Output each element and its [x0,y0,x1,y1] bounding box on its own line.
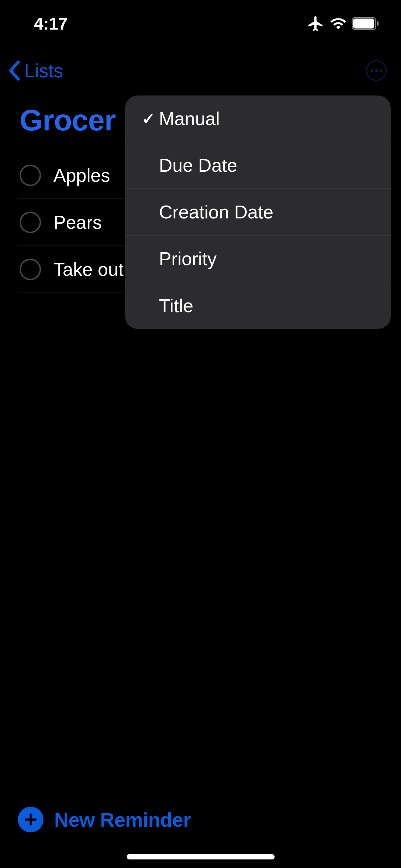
completion-circle[interactable] [20,212,41,233]
sort-option-label: Title [159,295,193,316]
checkmark-icon: ✓ [138,110,159,128]
svg-rect-1 [353,19,374,29]
chevron-left-icon [7,61,21,81]
wifi-icon [330,15,347,32]
bottom-toolbar: New Reminder [0,807,401,832]
sort-option-creation-date[interactable]: Creation Date [125,189,391,236]
airplane-mode-icon [307,15,325,32]
plus-icon [24,813,37,826]
nav-bar: Lists [0,47,401,94]
sort-menu-popup: ✓ Manual Due Date Creation Date Priority… [125,95,391,329]
sort-option-label: Due Date [159,155,237,176]
back-button[interactable]: Lists [7,60,63,82]
sort-option-priority[interactable]: Priority [125,236,391,282]
ellipsis-icon [371,69,382,72]
completion-circle[interactable] [20,165,41,186]
battery-icon [352,17,380,30]
sort-option-due-date[interactable]: Due Date [125,142,391,189]
sort-option-label: Creation Date [159,201,273,223]
status-icons [307,15,380,32]
reminder-text[interactable]: Apples [53,165,110,186]
completion-circle[interactable] [20,259,41,280]
sort-option-title[interactable]: Title [125,282,391,329]
svg-rect-2 [377,21,379,26]
status-bar: 4:17 [0,0,401,47]
reminder-text[interactable]: Take out [53,259,124,280]
home-indicator[interactable] [127,854,274,859]
reminder-text[interactable]: Pears [53,212,102,233]
new-reminder-button[interactable] [18,807,43,832]
back-label: Lists [24,60,63,82]
sort-option-label: Manual [159,108,220,129]
sort-option-manual[interactable]: ✓ Manual [125,95,391,142]
sort-option-label: Priority [159,248,217,269]
new-reminder-label[interactable]: New Reminder [54,808,191,831]
more-options-button[interactable] [366,60,387,81]
status-time: 4:17 [34,14,67,33]
